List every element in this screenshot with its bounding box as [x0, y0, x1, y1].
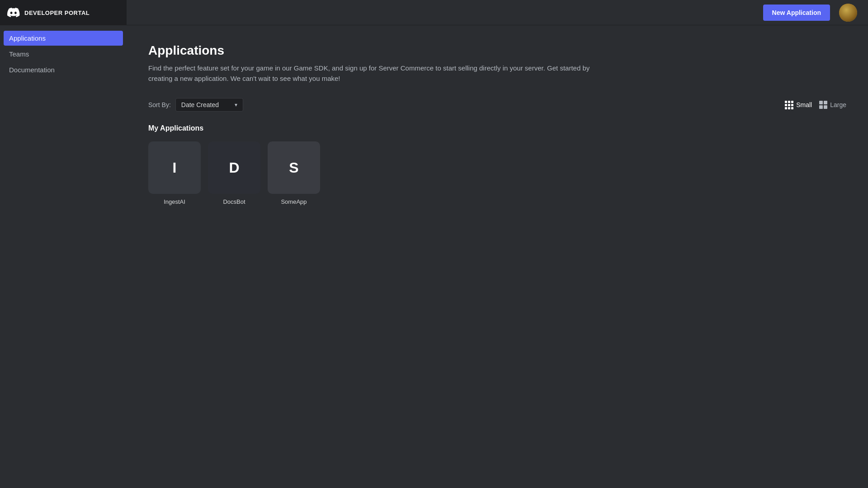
app-icon-ingestai: I — [148, 141, 201, 194]
app-name-ingestai: IngestAI — [164, 198, 185, 205]
sidebar-nav: Applications Teams Documentation — [0, 25, 127, 83]
sort-label: Sort By: — [148, 101, 171, 108]
content-area: Applications Find the perfect feature se… — [127, 25, 868, 488]
avatar-image — [839, 4, 857, 22]
grid-large-icon — [819, 101, 827, 109]
view-toggle: Small Large — [785, 101, 846, 109]
main-content: New Application Applications Find the pe… — [127, 0, 868, 488]
discord-logo-icon — [7, 6, 20, 19]
sort-dropdown[interactable]: Date Created ▾ — [175, 98, 243, 112]
sort-section: Sort By: Date Created ▾ — [148, 98, 243, 112]
sort-value: Date Created — [181, 101, 219, 108]
view-large-label: Large — [830, 101, 846, 108]
sidebar-header: DEVELOPER PORTAL — [0, 0, 127, 25]
view-small-label: Small — [796, 101, 812, 108]
user-avatar[interactable] — [839, 4, 857, 22]
section-title: My Applications — [148, 124, 846, 132]
app-card-docsbot[interactable]: DDocsBot — [208, 141, 260, 205]
app-name-someapp: SomeApp — [281, 198, 307, 205]
new-application-button[interactable]: New Application — [763, 5, 830, 21]
app-card-someapp[interactable]: SSomeApp — [268, 141, 320, 205]
sidebar-logo-title: DEVELOPER PORTAL — [24, 9, 90, 16]
app-card-ingestai[interactable]: IIngestAI — [148, 141, 201, 205]
sidebar-item-teams[interactable]: Teams — [4, 47, 123, 61]
sidebar-item-applications[interactable]: Applications — [4, 31, 123, 46]
page-title: Applications — [148, 43, 846, 58]
controls-row: Sort By: Date Created ▾ Small — [148, 98, 846, 112]
view-large-option[interactable]: Large — [819, 101, 846, 109]
sidebar: DEVELOPER PORTAL Applications Teams Docu… — [0, 0, 127, 488]
app-grid: IIngestAIDDocsBotSSomeApp — [148, 141, 846, 205]
view-small-option[interactable]: Small — [785, 101, 812, 109]
page-description: Find the perfect feature set for your ga… — [148, 63, 600, 84]
chevron-down-icon: ▾ — [235, 102, 237, 108]
app-icon-someapp: S — [268, 141, 320, 194]
app-icon-docsbot: D — [208, 141, 260, 194]
grid-small-icon — [785, 101, 793, 109]
sidebar-item-documentation[interactable]: Documentation — [4, 62, 123, 77]
topbar: New Application — [127, 0, 868, 25]
app-name-docsbot: DocsBot — [223, 198, 245, 205]
